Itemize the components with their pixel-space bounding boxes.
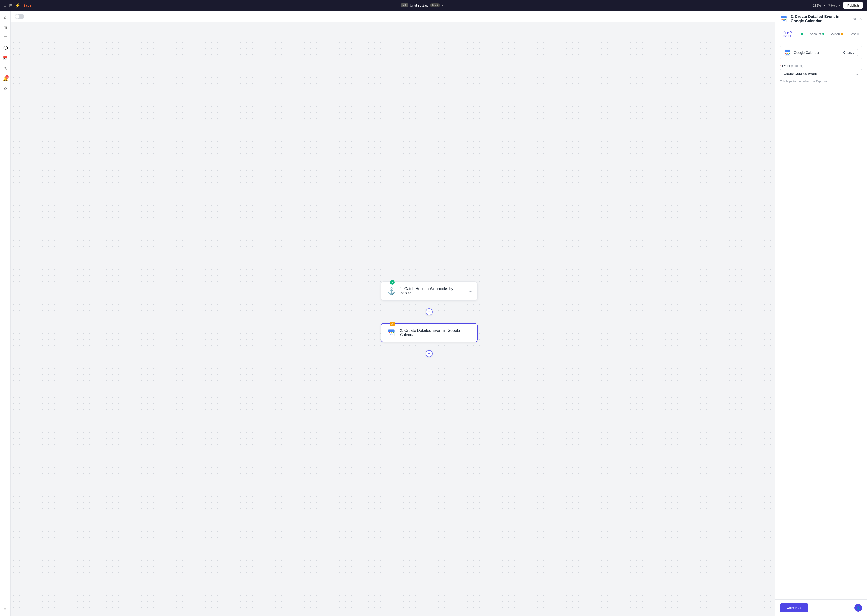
- svg-rect-2: [388, 331, 395, 332]
- add-step-button-1[interactable]: +: [426, 308, 433, 315]
- sidebar-item-history[interactable]: ◷: [1, 64, 10, 73]
- sidebar-item-settings[interactable]: ⚙: [1, 85, 10, 93]
- panel-gcal-icon: 31: [780, 16, 787, 22]
- event-select[interactable]: Create Detailed Event ⌃⌄: [780, 69, 862, 79]
- sidebar-item-notifications[interactable]: 🔔 1: [1, 74, 10, 83]
- main-canvas: ✓ ⚓ 1. Catch Hook in Webhooks by Zapier …: [11, 22, 867, 616]
- sidebar-item-messages[interactable]: 💬: [1, 44, 10, 52]
- node-1-more-icon[interactable]: ···: [469, 289, 472, 294]
- svg-rect-6: [393, 333, 395, 334]
- change-app-button[interactable]: Change: [840, 49, 858, 56]
- grid-icon: ⊞: [4, 25, 7, 30]
- avatar-icon: 👤: [856, 606, 861, 610]
- gcal-svg-icon: 31: [387, 328, 396, 337]
- required-asterisk: *: [780, 64, 782, 68]
- home-icon[interactable]: ⌂: [4, 3, 6, 8]
- tab-account-label: Account: [810, 32, 821, 36]
- toggle-knob: [15, 14, 19, 19]
- nodes-area: ✓ ⚓ 1. Catch Hook in Webhooks by Zapier …: [381, 281, 478, 357]
- node-1-title: 1. Catch Hook in Webhooks by Zapier: [400, 287, 465, 295]
- topbar: ⌂ ⊞ ⚡ Zaps HF Untitled Zap Draft ▾ 132% …: [0, 0, 867, 11]
- svg-rect-5: [391, 333, 392, 334]
- clock-icon: ◷: [4, 66, 7, 71]
- svg-rect-11: [782, 19, 783, 20]
- zoom-level[interactable]: 132%: [813, 4, 821, 7]
- app-row-gcal-icon: 31: [784, 49, 791, 56]
- zap-name[interactable]: Untitled Zap: [410, 3, 428, 7]
- add-step-button-2[interactable]: +: [426, 350, 433, 357]
- panel-header: 31 2. Create Detailed Event in Google Ca…: [775, 11, 867, 27]
- panel-title: 2. Create Detailed Event in Google Calen…: [791, 14, 851, 23]
- topbar-center: HF Untitled Zap Draft ▾: [401, 3, 443, 7]
- chevron-down-icon[interactable]: ▾: [442, 4, 443, 7]
- tab-test[interactable]: Test: [847, 27, 862, 41]
- notification-badge: 1: [5, 75, 9, 79]
- tab-action-status-dot: [841, 33, 843, 35]
- sidebar-item-apps[interactable]: ⊞: [1, 23, 10, 32]
- topbar-left: ⌂ ⊞ ⚡ Zaps: [4, 3, 31, 8]
- chevron-icon: ⌃⌄: [853, 72, 859, 75]
- sidebar-item-menu[interactable]: ≡: [1, 605, 10, 614]
- brand-lightning-icon: ⚡: [15, 3, 20, 8]
- help-btn[interactable]: ? Help ▾: [828, 4, 840, 7]
- node-1-icon: ⚓: [386, 286, 397, 296]
- panel-tabs: App & event Account Action Test: [775, 27, 867, 41]
- panel-footer: Continue 👤: [775, 599, 867, 616]
- sidebar-item-calendar[interactable]: 📅: [1, 54, 10, 63]
- event-select-value: Create Detailed Event: [784, 72, 817, 75]
- node-2-text: Create Detailed Event in Google Calendar: [400, 328, 460, 337]
- brand-name: Zaps: [24, 3, 31, 7]
- topbar-right: 132% ▾ ? Help ▾ Publish: [813, 2, 863, 9]
- edit-title-button[interactable]: ✏: [853, 17, 857, 21]
- svg-rect-4: [389, 333, 390, 334]
- svg-rect-9: [781, 17, 787, 18]
- app-row: 31 Google Calendar Change: [780, 46, 862, 59]
- node-2-icon: 31: [386, 327, 397, 338]
- user-avatar: 👤: [854, 604, 862, 611]
- gear-icon: ⚙: [4, 86, 7, 91]
- node-2-more-icon[interactable]: ···: [469, 330, 472, 335]
- event-field-label: * Event (required): [780, 64, 862, 68]
- menu-icon: ≡: [4, 607, 6, 611]
- svg-rect-18: [785, 53, 786, 53]
- tab-app-event-label: App & event: [783, 30, 800, 38]
- zap-enable-toggle[interactable]: [14, 14, 24, 19]
- help-circle-icon: ?: [828, 4, 830, 7]
- sidebar-item-home[interactable]: ⌂: [1, 13, 10, 22]
- tab-action-label: Action: [831, 32, 840, 36]
- panel-body: 31 Google Calendar Change * Event (requi…: [775, 41, 867, 599]
- connector-line-3: [429, 343, 430, 350]
- node-1-success-badge: ✓: [390, 280, 395, 285]
- hf-badge: HF: [401, 3, 408, 7]
- toggle-bar: [11, 11, 867, 22]
- node-1-webhook[interactable]: ✓ ⚓ 1. Catch Hook in Webhooks by Zapier …: [381, 281, 478, 301]
- event-field-group: * Event (required) Create Detailed Event…: [780, 64, 862, 83]
- svg-rect-19: [787, 53, 788, 53]
- apps-grid-icon[interactable]: ⊞: [9, 3, 13, 8]
- svg-rect-13: [785, 19, 786, 20]
- chat-icon: 💬: [3, 46, 8, 50]
- sidebar-item-zaps[interactable]: ☰: [1, 33, 10, 42]
- tab-action[interactable]: Action: [828, 27, 847, 41]
- chevron-down-icon-zoom[interactable]: ▾: [824, 4, 825, 7]
- list-icon: ☰: [4, 36, 7, 40]
- panel-header-actions: ✏ ✕: [853, 17, 862, 21]
- webhook-icon: ⚓: [387, 287, 396, 295]
- connector-line-2: [429, 315, 430, 323]
- node-1-text: Catch Hook in Webhooks by Zapier: [400, 287, 453, 295]
- publish-button[interactable]: Publish: [843, 2, 863, 9]
- continue-button[interactable]: Continue: [780, 603, 808, 612]
- node-2-gcal[interactable]: ⚠ 31 2. Create Detailed Event in Google …: [381, 323, 478, 343]
- draft-badge: Draft: [430, 3, 440, 7]
- svg-rect-12: [783, 19, 784, 20]
- connector-line-1: [429, 301, 430, 308]
- node-2-warning-badge: ⚠: [390, 322, 395, 327]
- tab-app-event[interactable]: App & event: [780, 27, 806, 41]
- panel-app-icon: 31: [780, 15, 788, 23]
- tab-account[interactable]: Account: [806, 27, 828, 41]
- tab-test-status-dot: [857, 33, 859, 35]
- event-field-hint: This is performed when the Zap runs.: [780, 80, 862, 83]
- required-text: (required): [791, 64, 804, 68]
- tab-account-status-dot: [822, 33, 824, 35]
- close-panel-button[interactable]: ✕: [859, 17, 862, 21]
